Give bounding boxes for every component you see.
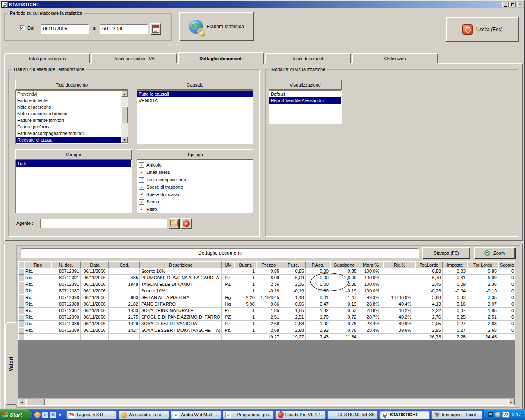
minimize-button[interactable]: [502, 2, 509, 7]
checklist-option-articolo[interactable]: ✓Articolo: [137, 161, 253, 169]
close-button[interactable]: ×: [517, 2, 523, 7]
grid-column-header-p-acq[interactable]: P.Acq.: [306, 261, 330, 268]
taskbar-task-aruba-webmail[interactable]: eAruba WebMail - ...: [171, 411, 221, 419]
date-from-input[interactable]: 06/11/2006: [41, 24, 89, 34]
checkbox-icon[interactable]: ✓: [139, 207, 144, 212]
stampa-button[interactable]: Stampa (F9): [422, 247, 470, 258]
grid-column-header-selector[interactable]: [18, 261, 24, 268]
scrollbar-thumb[interactable]: [121, 106, 128, 123]
row-selector[interactable]: [18, 281, 24, 288]
elabora-statistica-button[interactable]: Elabora statistica: [179, 12, 254, 41]
list-item-fatture-proforma[interactable]: Fatture proforma: [16, 123, 128, 130]
grid-column-header-tipo[interactable]: Tipo: [24, 261, 51, 268]
volume-icon[interactable]: [495, 412, 500, 417]
tab-totali-per-categoria[interactable]: Totali per categoria: [4, 53, 90, 64]
tab-valori[interactable]: Valori: [5, 322, 17, 405]
list-item-preventivi[interactable]: Preventivi: [16, 91, 128, 97]
display-settings-icon[interactable]: [488, 412, 493, 417]
list-item-fatture-differite[interactable]: Fatture differite: [16, 97, 128, 104]
taskbar-task-gestione-messa[interactable]: ✉GESTIONE MESSA...: [327, 411, 378, 419]
grid-column-header-cod[interactable]: Cod.: [109, 261, 140, 268]
tipo-documento-scrollbar[interactable]: ▲ ▼: [121, 91, 128, 143]
list-item-ricevute-di-cassa[interactable]: Ricevute di cassa: [16, 137, 128, 143]
scrollbar-thumb[interactable]: [26, 399, 45, 406]
row-selector[interactable]: [18, 327, 24, 334]
start-button[interactable]: Start: [0, 409, 32, 420]
internet-explorer-icon[interactable]: e: [42, 412, 48, 418]
checkbox-icon[interactable]: ✓: [139, 192, 144, 197]
row-selector[interactable]: [18, 268, 24, 275]
agente-browse-button[interactable]: [169, 218, 179, 229]
grid-column-header-sconto[interactable]: Sconto: [498, 261, 515, 268]
grid-column-header-um[interactable]: UM: [222, 261, 234, 268]
taskbar-task-programma-ges[interactable]: e:: Programma ges...: [223, 411, 273, 419]
calendar-button[interactable]: [150, 23, 161, 34]
list-item-report-vendite-alessandro[interactable]: Report Vendite Alessandro: [269, 97, 341, 104]
tab-totali-documenti[interactable]: Totali documenti: [265, 53, 351, 64]
date-to-input[interactable]: 6/11/2006: [100, 24, 148, 34]
list-item-tutte-le-causali[interactable]: Tutte le causali: [137, 91, 253, 97]
grid-column-header-descrizione[interactable]: Descrizione: [140, 261, 222, 268]
checkbox-icon[interactable]: ✓: [139, 170, 144, 175]
checklist-option-linea-libera[interactable]: ✓Linea libera: [137, 169, 253, 176]
list-item-vendita[interactable]: VENDITA: [137, 97, 253, 104]
list-item-note-di-accredito[interactable]: Note di accredito: [16, 104, 128, 110]
scroll-left-icon[interactable]: ◄: [18, 399, 25, 406]
grid-horizontal-scrollbar[interactable]: ◄ ►: [18, 398, 515, 405]
grid-column-header-pr-sc[interactable]: Pr.sc.: [281, 261, 306, 268]
taskbar-task-alessandro-losi[interactable]: Alessandro Losi - ...: [119, 411, 169, 419]
checkbox-icon[interactable]: ✓: [139, 162, 144, 168]
checkbox-icon[interactable]: ✓: [139, 177, 144, 183]
zoom-button[interactable]: Zoom: [474, 247, 515, 258]
row-selector[interactable]: [18, 288, 24, 294]
scroll-down-icon[interactable]: ▼: [121, 137, 128, 143]
agente-input[interactable]: [40, 219, 167, 228]
checklist-option-sconto[interactable]: ✓Sconto: [137, 198, 253, 205]
grid-column-header-prezzo[interactable]: Prezzo: [256, 261, 281, 268]
list-item-note-di-accredito-fornitori[interactable]: Note di accredito fornitori: [16, 110, 128, 117]
grid-column-header-quant[interactable]: Quant.: [234, 261, 256, 268]
row-selector[interactable]: [18, 301, 24, 308]
list-item-default[interactable]: Default: [269, 91, 341, 97]
dal-checkbox[interactable]: ✓: [20, 25, 25, 30]
grid-column-header-n-doc[interactable]: N. doc.: [51, 261, 81, 268]
grid-column-header-tot-lordo[interactable]: Tot.Lordo: [415, 261, 443, 268]
taskbar-task-ready-pro-v9-1-1[interactable]: Ready Pro V9.1.1...: [275, 411, 326, 419]
grid-column-header-imposte[interactable]: Imposte: [443, 261, 467, 268]
quick-launch-app-icon[interactable]: [34, 412, 41, 418]
tab-ordini-web[interactable]: Ordini web: [352, 53, 438, 64]
tab-dettaglio-documenti[interactable]: Dettaglio documenti: [178, 52, 264, 64]
agente-clear-button[interactable]: ×: [181, 218, 192, 229]
row-selector[interactable]: [18, 334, 24, 340]
taskbar-task-laguna-v-3-0[interactable]: 7%Laguna v 3.0: [66, 411, 117, 419]
grid-column-header-tot-lordo[interactable]: Tot.Lordo: [467, 261, 498, 268]
grid-column-header-data[interactable]: Data: [81, 261, 109, 268]
list-item-tutti[interactable]: Tutti: [16, 160, 131, 167]
grid-column-header-marg[interactable]: Marg.%: [358, 261, 383, 268]
row-selector[interactable]: [18, 314, 24, 321]
checklist-option-testa-composizione[interactable]: ✓Testa composizione: [137, 176, 253, 183]
list-item-fatture-differite-fornitori[interactable]: Fatture differite fornitori: [16, 117, 128, 123]
checklist-option-spese-di-incasso[interactable]: ✓Spese di incasso: [137, 191, 253, 198]
tab-totali-per-codice-iva[interactable]: Totali per codice IVA: [91, 53, 177, 64]
antivirus-icon[interactable]: V2: [502, 412, 509, 418]
uscita-button[interactable]: Uscita (Esc): [446, 17, 519, 42]
checkbox-icon[interactable]: ✓: [139, 185, 144, 190]
row-selector[interactable]: [18, 308, 24, 314]
grid-column-header-ric[interactable]: Ric.%: [383, 261, 415, 268]
checklist-option-spese-di-trasporto[interactable]: ✓Spese di trasporto: [137, 183, 253, 191]
checkbox-icon[interactable]: ✓: [139, 199, 144, 205]
scroll-up-icon[interactable]: ▲: [121, 91, 128, 97]
outlook-express-icon[interactable]: ✉: [50, 412, 56, 418]
row-selector[interactable]: [18, 294, 24, 301]
quick-launch-chevron-icon[interactable]: »: [59, 412, 62, 418]
row-selector[interactable]: [18, 321, 24, 327]
grid-column-header-guadagno[interactable]: Guadagno: [330, 261, 358, 268]
taskbar-task-immagine-paint[interactable]: Immagine - Paint: [431, 411, 482, 419]
list-item-fatture-accompagnatorie-fornitori[interactable]: Fatture accompagnatorie fornitori: [16, 130, 128, 137]
checklist-option-ritiro[interactable]: ✓Ritiro: [137, 205, 253, 213]
restore-button[interactable]: [509, 2, 516, 7]
row-selector[interactable]: [18, 275, 24, 281]
taskbar-task-statistiche[interactable]: STATISTICHE: [379, 411, 430, 419]
scroll-right-icon[interactable]: ►: [508, 399, 515, 406]
